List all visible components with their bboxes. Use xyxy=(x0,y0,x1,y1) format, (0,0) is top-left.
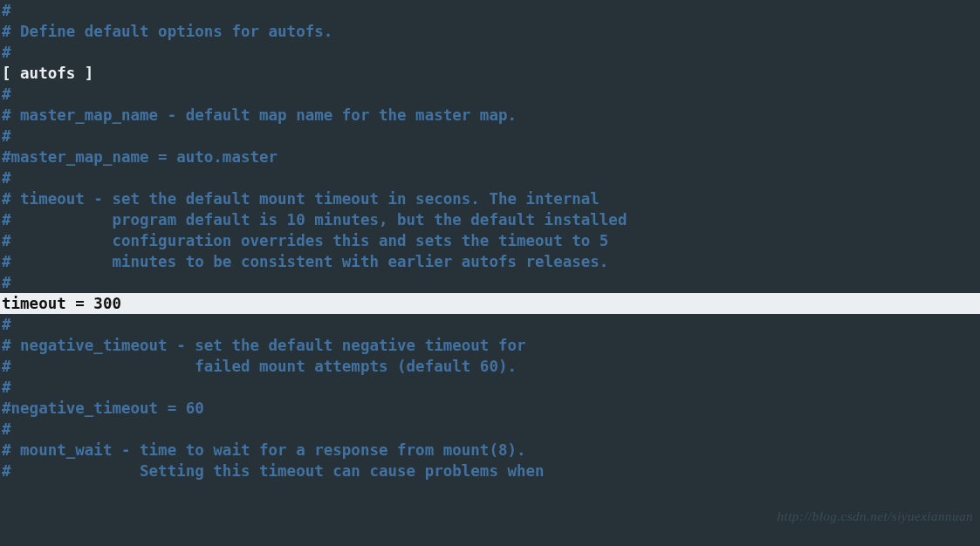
code-line[interactable]: # Setting this timeout can cause problem… xyxy=(0,461,980,481)
code-line-section-header[interactable]: [ autofs ] xyxy=(0,63,980,84)
code-line[interactable]: # failed mount attempts (default 60). xyxy=(0,356,980,377)
code-line[interactable]: # xyxy=(0,167,980,188)
code-line[interactable]: # configuration overrides this and sets … xyxy=(0,230,980,251)
statusbar: "/etc/autofs.conf" 364L, 12706C 16,1 Top xyxy=(0,525,980,546)
code-line[interactable]: # xyxy=(0,377,980,398)
code-line[interactable]: # timeout - set the default mount timeou… xyxy=(0,188,980,209)
code-line[interactable]: # xyxy=(0,419,980,440)
code-line-cursor[interactable]: timeout = 300 xyxy=(0,293,980,314)
code-line[interactable]: # mount_wait - time to wait for a respon… xyxy=(0,440,980,461)
code-line[interactable]: # xyxy=(0,314,980,335)
watermark-text: http://blog.csdn.net/siyuexiannuan xyxy=(778,506,973,527)
editor-viewport[interactable]: # # Define default options for autofs. #… xyxy=(0,0,980,481)
code-line[interactable]: # xyxy=(0,272,980,293)
code-line[interactable]: # xyxy=(0,126,980,147)
code-line[interactable]: # minutes to be consistent with earlier … xyxy=(0,251,980,272)
code-line[interactable]: # master_map_name - default map name for… xyxy=(0,105,980,126)
code-line[interactable]: # xyxy=(0,42,980,63)
code-line[interactable]: # xyxy=(0,84,980,105)
code-line[interactable]: # program default is 10 minutes, but the… xyxy=(0,209,980,230)
code-line[interactable]: # negative_timeout - set the default neg… xyxy=(0,335,980,356)
code-line[interactable]: # xyxy=(0,0,980,21)
code-line[interactable]: # Define default options for autofs. xyxy=(0,21,980,42)
code-line[interactable]: #negative_timeout = 60 xyxy=(0,398,980,419)
code-line[interactable]: #master_map_name = auto.master xyxy=(0,147,980,167)
